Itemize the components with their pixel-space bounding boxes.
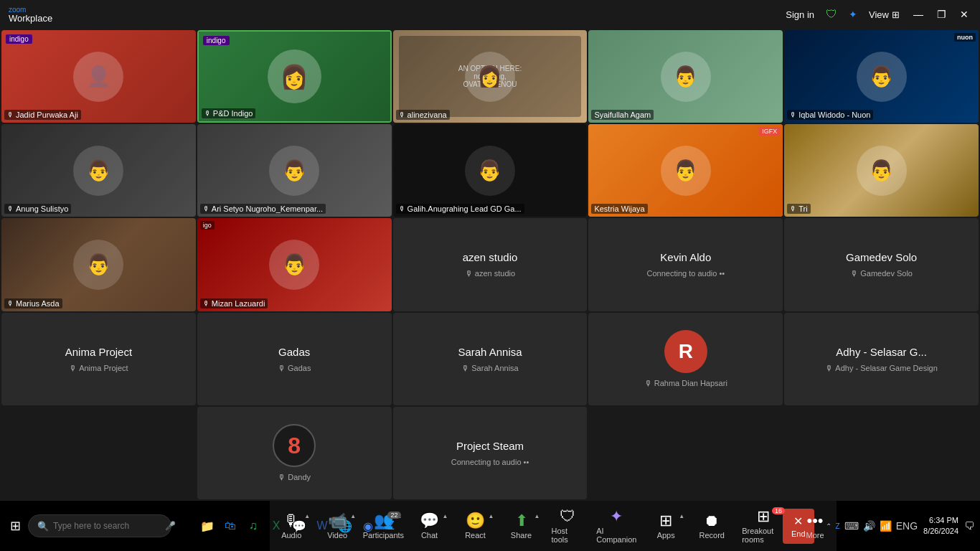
video-tile[interactable]: indigo 👩 🎙 P&D Indigo [197, 30, 392, 123]
network-icon[interactable]: 📶 [880, 520, 892, 532]
participant-sub-name: 🎙 Dandy [278, 473, 311, 481]
ai-companion-icon: ✦ [610, 509, 623, 524]
spotify-icon[interactable]: ♫ [243, 516, 263, 536]
video-tile[interactable]: Project Steam Connecting to audio •• [393, 407, 588, 499]
video-tile[interactable]: Gadas 🎙 Gadas [197, 313, 392, 405]
video-tile[interactable]: azen studio 🎙 azen studio [393, 218, 588, 311]
task-view-button[interactable]: ⧉ [174, 516, 194, 536]
participant-display-name: Gadas [274, 346, 314, 358]
video-button[interactable]: ▲ 📹 Video [316, 510, 359, 542]
ai-companion-button[interactable]: ✦ AI Companion [592, 506, 642, 547]
participants-button[interactable]: ▲ 👥 22 Participants [362, 510, 405, 542]
chat-button[interactable]: ▲ 💬 Chat [408, 510, 451, 542]
video-tile[interactable]: Gamedev Solo 🎙 Gamedev Solo [784, 218, 979, 311]
audio-button[interactable]: ▲ 🎙 Audio [270, 510, 313, 542]
apps-caret[interactable]: ▲ [679, 513, 684, 519]
participant-sub-name: Connecting to audio •• [646, 269, 725, 278]
more-button[interactable]: ••• More [793, 510, 837, 542]
participant-avatar: 8 [273, 424, 316, 467]
mic-icon: 🎙 [7, 300, 14, 307]
video-tile-empty [588, 407, 783, 499]
react-button[interactable]: ▲ 🙂 React [454, 510, 497, 542]
view-button[interactable]: View ⊞ [869, 9, 900, 20]
video-tile[interactable]: indigo 👤 🎙 Jadid Purwaka Aji [1, 30, 196, 123]
speaker-icon[interactable]: 🔊 [863, 520, 875, 532]
tray-icons: ⌃ Z ⌨ 🔊 📶 ENG [826, 520, 918, 532]
participant-sub-name: 🎙 Gadas [278, 364, 311, 372]
react-caret[interactable]: ▲ [489, 513, 494, 519]
close-button[interactable]: ✕ [957, 9, 971, 20]
share-button[interactable]: ▲ ⬆ Share [500, 510, 543, 542]
notification-icon[interactable]: 🗨 [964, 520, 974, 532]
participant-name: 🎙 Jadid Purwaka Aji [4, 110, 81, 120]
breakout-icon: ⊞ [757, 509, 770, 524]
video-tile[interactable]: AN OPTION HERE:not failing,OVATING ENOU … [393, 30, 588, 123]
video-tile[interactable]: 👨 🎙 Galih.Anugrahing Lead GD Ga... [393, 124, 588, 217]
video-tile[interactable]: 8 🎙 Dandy [197, 407, 392, 499]
host-tools-button[interactable]: 🛡 Host tools [546, 506, 589, 547]
video-tile[interactable]: 👨 Syaifullah Agam [588, 30, 783, 123]
taskbar-search-box[interactable]: 🔍 🎤 [28, 514, 171, 537]
participant-name: Kestria Wijaya [591, 204, 647, 214]
share-caret[interactable]: ▲ [534, 513, 540, 519]
participant-name: Syaifullah Agam [591, 110, 654, 120]
video-tile[interactable]: nuon 👨 🎙 Iqbal Widodo - Nuon [784, 30, 979, 123]
participant-display-name: Anima Project [61, 346, 136, 358]
video-tile[interactable]: Adhy - Selasar G... 🎙 Adhy - Selasar Gam… [784, 313, 979, 405]
video-caret[interactable]: ▲ [350, 513, 356, 519]
video-tile[interactable]: Kevin Aldo Connecting to audio •• [588, 218, 783, 311]
search-icon: 🔍 [37, 521, 49, 532]
video-tile[interactable]: 👨 🎙 Marius Asda [1, 218, 196, 311]
participant-sub-name: 🎙 azen studio [465, 269, 515, 278]
mic-icon-small: 🎙 [278, 364, 286, 372]
ai-icon: ✦ [849, 9, 857, 20]
video-tile[interactable]: IGFX 👨 Kestria Wijaya [588, 124, 783, 217]
breakout-count-badge: 16 [772, 507, 785, 514]
video-tile[interactable]: 👨 🎙 Ari Setyo Nugroho_Kemenpar... [197, 124, 392, 217]
apps-icon: ⊞ [659, 513, 672, 529]
mic-icon-small: 🎙 [278, 473, 286, 481]
store-icon[interactable]: 🛍 [220, 516, 240, 536]
participant-sub-name: 🎙 Gamedev Solo [850, 269, 913, 278]
maximize-button[interactable]: ❐ [934, 9, 948, 20]
chat-caret[interactable]: ▲ [443, 513, 448, 519]
video-tile[interactable]: R 🎙 Rahma Dian Hapsari [588, 313, 783, 405]
start-button[interactable]: ⊞ [6, 518, 25, 534]
shield-tools-icon: 🛡 [560, 509, 575, 524]
participant-name: 🎙 Iqbal Widodo - Nuon [787, 110, 873, 120]
camera-icon: 📹 [328, 513, 347, 529]
video-tile[interactable]: Sarah Annisa 🎙 Sarah Annisa [393, 313, 588, 405]
shield-icon: 🛡 [826, 8, 837, 21]
breakout-rooms-button[interactable]: 16 ⊞ Breakout rooms [736, 506, 791, 547]
participant-name: 🎙 alinezivana [396, 110, 450, 120]
video-tile[interactable]: igo 👨 🎙 Mizan Lazuardi [197, 218, 392, 311]
microphone-icon: 🎙 [283, 513, 299, 529]
window-controls: — ❐ ✕ [911, 9, 971, 20]
mic-icon: 🎙 [399, 205, 405, 212]
apps-button[interactable]: ▲ ⊞ Apps [644, 510, 687, 542]
mic-icon: 🎙 [7, 111, 14, 118]
participant-sub-name: 🎙 Sarah Annisa [461, 364, 518, 372]
signin-button[interactable]: Sign in [786, 9, 814, 20]
minimize-button[interactable]: — [911, 9, 925, 20]
participant-sub-name: 🎙 Adhy - Selasar Game Design [825, 364, 937, 372]
participant-name: 🎙 P&D Indigo [202, 108, 256, 118]
video-tile[interactable]: Anima Project 🎙 Anima Project [1, 313, 196, 405]
mic-icon: 🎙 [203, 300, 209, 307]
share-icon: ⬆ [515, 513, 528, 529]
video-tile[interactable]: 👨 🎙 Anung Sulistyo [1, 124, 196, 217]
participant-sub-name: Connecting to audio •• [451, 458, 529, 466]
participant-sub-name: 🎙 Anima Project [69, 364, 128, 372]
file-explorer-icon[interactable]: 📁 [197, 516, 217, 536]
keyboard-icon: ⌨ [844, 520, 859, 532]
mic-icon: 🎙 [790, 111, 796, 118]
record-button[interactable]: ⏺ Record [690, 510, 733, 542]
video-tile[interactable]: 👨 🎙 Tri [784, 124, 979, 217]
search-input[interactable] [53, 521, 161, 531]
audio-caret[interactable]: ▲ [304, 513, 310, 519]
taskbar: ⊞ 🔍 🎤 ⧉ 📁 🛍 ♫ X 💬 W 🌐 ◉ Z ▲ 🎙 Audio ▲ [0, 501, 980, 551]
participant-display-name: Project Steam [452, 440, 528, 452]
mic-icon: 🎙 [399, 111, 405, 118]
mic-icon: 🎙 [203, 205, 209, 212]
participant-display-name: Adhy - Selasar G... [831, 346, 931, 358]
